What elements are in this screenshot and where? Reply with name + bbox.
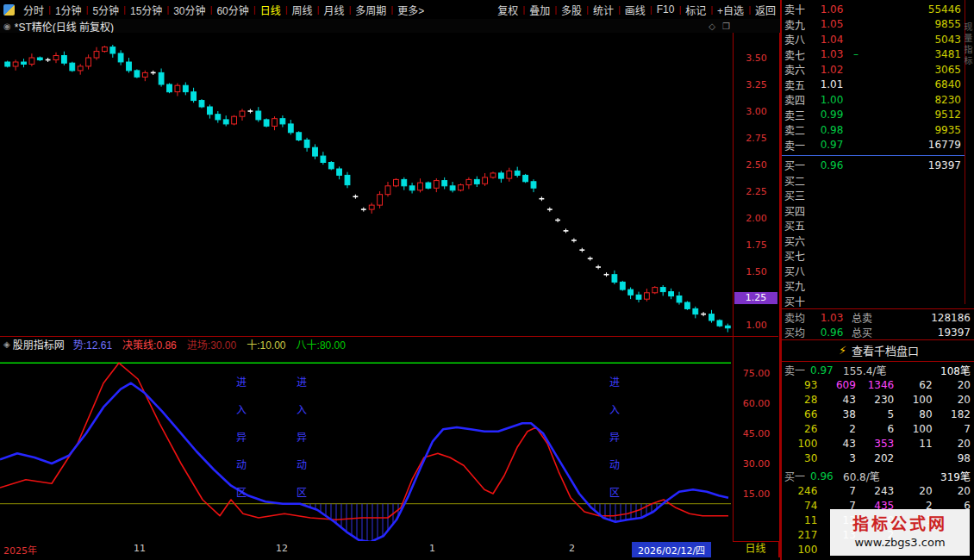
level-volume: 3065 xyxy=(860,64,965,76)
menu-item-分时[interactable]: 分时 xyxy=(19,3,48,17)
orderbook-row-卖九[interactable]: 卖九1.059855 xyxy=(782,17,965,33)
level-label: 卖七 xyxy=(782,47,810,62)
level-price: 1.01 xyxy=(810,78,853,90)
queue-cell: 7 xyxy=(820,484,858,499)
menu-item-15分钟[interactable]: 15分钟 xyxy=(126,3,166,17)
abnormal-zone-annotation: 进入异动区 xyxy=(296,369,308,507)
queue-cell: 5 xyxy=(858,408,896,422)
queue-cell: 202 xyxy=(858,451,896,466)
orderbook-row-卖三[interactable]: 卖三0.999512 xyxy=(782,108,965,123)
menu-item-返回[interactable]: 返回 xyxy=(751,3,780,17)
menu-item-多股[interactable]: 多股 xyxy=(557,3,586,17)
buy-queue-per-lot: 60.8/笔 xyxy=(843,469,940,483)
menu-item-多周期[interactable]: 多周期 xyxy=(351,3,390,17)
indicator-chart[interactable] xyxy=(0,352,733,541)
queue-row: 6638580182 xyxy=(782,408,973,422)
orderbook-row-买六[interactable]: 买六 xyxy=(782,233,965,249)
queue-cell: 11 xyxy=(782,513,820,528)
queue-cell: 182 xyxy=(935,408,973,422)
orderbook-row-买五[interactable]: 买五 xyxy=(782,218,965,233)
queue-cell: 43 xyxy=(820,437,858,451)
orderbook-row-卖五[interactable]: 卖五1.016840 xyxy=(782,78,965,93)
orderbook-row-卖四[interactable]: 卖四1.008230 xyxy=(782,92,965,108)
queue-row: 100433531120 xyxy=(782,437,973,451)
level-price: 1.05 xyxy=(810,18,853,30)
sell-queue-price: 0.97 xyxy=(810,364,843,376)
menu-item-+自选[interactable]: +自选 xyxy=(713,3,748,17)
orderbook-row-买四[interactable]: 买四 xyxy=(782,203,965,219)
menu-item-更多>[interactable]: 更多> xyxy=(393,3,428,17)
separator xyxy=(782,361,974,362)
indicator-icon[interactable]: ◈ xyxy=(3,339,10,349)
menu-item-统计[interactable]: 统计 xyxy=(589,3,618,17)
total-sell-value: 128186 xyxy=(883,312,974,324)
side-strip-tab[interactable]: 现量指标 xyxy=(965,0,974,304)
total-sell-label: 总卖 xyxy=(852,310,883,325)
indicator-tick: 15.00 xyxy=(734,488,779,500)
queue-row: 284323010020 xyxy=(782,393,973,408)
sell-queue-per-lot: 155.4/笔 xyxy=(843,363,940,377)
orderbook-row-买一[interactable]: 买一0.9619397 xyxy=(782,158,965,173)
current-date-tag: 2026/02/12/四 xyxy=(632,542,711,557)
time-tick: 12 xyxy=(276,543,288,554)
period-label[interactable]: 日线 xyxy=(733,541,780,557)
menu-item-60分钟[interactable]: 60分钟 xyxy=(212,3,253,17)
orderbook-row-买二[interactable]: 买二 xyxy=(782,173,965,189)
buy-queue-count: 319笔 xyxy=(940,469,974,483)
queue-cell: 100 xyxy=(782,543,820,557)
menu-item-叠加[interactable]: 叠加 xyxy=(525,3,554,17)
orderbook-row-买十[interactable]: 买十 xyxy=(782,294,965,309)
sell-avg-value: 1.03 xyxy=(812,312,852,324)
level-label: 买八 xyxy=(782,264,810,278)
indicator-tick: 60.00 xyxy=(734,398,779,409)
orderbook-row-买三[interactable]: 买三 xyxy=(782,188,965,203)
buy-average-row: 买均 0.96 总买 19397 xyxy=(782,325,974,339)
window-icon[interactable]: ❐ xyxy=(722,22,730,31)
watermark-url: www.zbgs3.com xyxy=(854,535,945,551)
menu-item-月线[interactable]: 月线 xyxy=(319,3,348,17)
total-buy-value: 19397 xyxy=(883,327,974,339)
level-price: 1.06 xyxy=(810,3,853,16)
orderbook-row-卖十[interactable]: 卖十1.0655446 xyxy=(782,2,965,17)
menu-item-复权[interactable]: 复权 xyxy=(493,3,522,17)
diamond-icon[interactable]: ◇ xyxy=(709,22,715,31)
menu-item-F10[interactable]: F10 xyxy=(652,3,679,16)
queue-cell: 6 xyxy=(858,422,896,437)
abnormal-zone-annotation: 进入异动区 xyxy=(609,369,621,507)
queue-cell: 66 xyxy=(782,408,820,422)
queue-cell: 20 xyxy=(935,378,973,393)
menu-item-周线[interactable]: 周线 xyxy=(288,3,317,17)
indicator-name: 股朋指标网 xyxy=(13,337,65,352)
menu-item-画线[interactable]: 画线 xyxy=(621,3,650,17)
level-label: 卖一 xyxy=(782,138,810,152)
queue-cell: 98 xyxy=(935,451,973,466)
orderbook-row-卖二[interactable]: 卖二0.989935 xyxy=(782,122,965,138)
view-depth-button[interactable]: ⚡ 查看千档盘口 xyxy=(782,340,974,360)
price-tick: 3.50 xyxy=(734,53,779,64)
queue-cell: 20 xyxy=(935,484,973,499)
orderbook-row-卖八[interactable]: 卖八1.045043 xyxy=(782,32,965,47)
menu-item-标记[interactable]: 标记 xyxy=(681,3,710,17)
buy-queue-price: 0.96 xyxy=(810,470,843,482)
app-icon[interactable] xyxy=(3,4,15,16)
buy-avg-value: 0.96 xyxy=(812,327,852,339)
indicator-param: 十:10.00 xyxy=(247,337,285,352)
queue-row: 9360913466220 xyxy=(782,378,973,393)
level-label: 买四 xyxy=(782,203,810,218)
time-tick: 11 xyxy=(134,543,146,554)
orderbook-row-买八[interactable]: 买八 xyxy=(782,264,965,279)
menu-item-日线[interactable]: 日线 xyxy=(256,3,285,17)
sell-levels: 卖十1.0655446卖九1.059855卖八1.045043卖七1.03–34… xyxy=(782,2,965,152)
candlestick-chart[interactable] xyxy=(0,33,733,336)
level-label: 买三 xyxy=(782,188,810,202)
menu-item-30分钟[interactable]: 30分钟 xyxy=(169,3,209,17)
orderbook-row-卖六[interactable]: 卖六1.023065 xyxy=(782,62,965,78)
menu-item-5分钟[interactable]: 5分钟 xyxy=(88,3,123,17)
orderbook-row-卖七[interactable]: 卖七1.03–3481 xyxy=(782,47,965,63)
menu-item-1分钟[interactable]: 1分钟 xyxy=(51,3,86,17)
orderbook-row-买七[interactable]: 买七 xyxy=(782,248,965,264)
orderbook-row-卖一[interactable]: 卖一0.9716779 xyxy=(782,138,965,153)
menubar-period-group: 分时|1分钟|5分钟|15分钟|30分钟|60分钟|日线|周线|月线|多周期|更… xyxy=(19,3,428,17)
level-volume: 9512 xyxy=(860,109,965,121)
orderbook-row-买九[interactable]: 买九 xyxy=(782,278,965,294)
